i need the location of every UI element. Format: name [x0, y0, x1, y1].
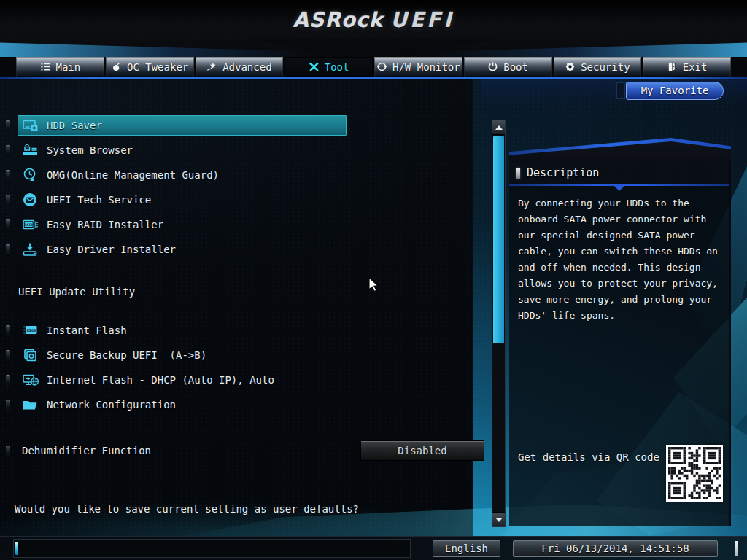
- svg-text:BIOS: BIOS: [27, 328, 36, 332]
- omg-clock-icon: [22, 167, 39, 183]
- tab-label: Exit: [683, 61, 708, 73]
- folder-icon: [22, 397, 39, 413]
- item-bullet: [6, 375, 10, 386]
- description-body: By connecting your HDDs to the onboard S…: [509, 186, 729, 324]
- menu-item-easy-driver-installer[interactable]: Easy Driver Installer: [6, 237, 487, 262]
- menu-item-omg-online-management-guard[interactable]: OMG(Online Management Guard): [6, 163, 487, 187]
- status-caret: [15, 542, 18, 555]
- tab-exit[interactable]: Exit: [643, 57, 731, 77]
- qr-code-image: [668, 447, 721, 499]
- menu-item-label: Easy Driver Installer: [47, 244, 176, 255]
- qr-caption: Get details via QR code: [518, 451, 659, 463]
- mail-circle-icon: [22, 192, 39, 208]
- item-bullet: [6, 244, 10, 255]
- tab-main[interactable]: Main: [16, 57, 104, 77]
- tab-advanced[interactable]: Advanced: [196, 57, 284, 77]
- menu-item-secure-backup-uefi-a-b[interactable]: Secure Backup UEFI (A->B): [6, 343, 487, 368]
- shooting-star-icon: [206, 61, 217, 72]
- logo-suffix: UEFI: [390, 8, 454, 32]
- description-separator: [509, 184, 729, 186]
- statusbar-right-tick: [735, 541, 738, 556]
- tool-menu-group: HDD SaverSystem BrowserOMG(Online Manage…: [6, 113, 487, 262]
- update-utility-group: BIOSInstant FlashSecure Backup UEFI (A->…: [6, 318, 487, 417]
- menu-item-label: Easy RAID Installer: [47, 219, 163, 230]
- copy-backup-icon: [22, 347, 39, 363]
- language-button[interactable]: English: [433, 540, 500, 557]
- menu-scrollbar[interactable]: [492, 120, 506, 527]
- scroll-up-button[interactable]: [492, 120, 505, 135]
- item-bullet: [6, 219, 10, 230]
- status-bar: English Fri 06/13/2014, 14:51:58: [0, 536, 747, 560]
- item-bullet: [6, 400, 10, 411]
- svg-text:RAID: RAID: [24, 223, 33, 227]
- item-bullet: [6, 170, 10, 181]
- description-panel: Description By connecting your HDDs to t…: [509, 162, 731, 526]
- section-header-label: UEFI Update Utility: [18, 286, 135, 298]
- tool-menu: HDD SaverSystem BrowserOMG(Online Manage…: [6, 113, 487, 515]
- item-bullet: [6, 325, 10, 336]
- item-bullet: [6, 350, 10, 361]
- separator-triangle-icon: [614, 186, 624, 191]
- tab-bar: MainOC TweakerAdvancedToolH/W MonitorBoo…: [0, 57, 747, 77]
- tab-tool[interactable]: Tool: [285, 57, 373, 77]
- tab-label: H/W Monitor: [392, 61, 460, 73]
- menu-item-system-browser[interactable]: System Browser: [6, 138, 487, 163]
- tab-label: Security: [581, 61, 630, 73]
- scroll-down-button[interactable]: [492, 512, 505, 526]
- menu-item-label: Instant Flash: [47, 324, 127, 336]
- menu-item-dehumidifier-function[interactable]: Dehumidifier Function Disabled: [6, 438, 487, 463]
- scroll-up-icon: [495, 125, 503, 130]
- logo-brand: ASRock: [293, 8, 383, 32]
- scroll-down-icon: [495, 518, 503, 522]
- description-roof: [509, 136, 731, 162]
- raid-box-icon: RAID: [22, 217, 39, 233]
- menu-item-network-configuration[interactable]: Network Configuration: [6, 392, 487, 417]
- menu-item-label: HDD Saver: [47, 120, 102, 131]
- bios-chip-icon: BIOS: [22, 322, 39, 338]
- asrock-uefi-logo: ASRockUEFI: [0, 8, 747, 32]
- system-browser-icon: [22, 142, 39, 158]
- menu-item-label: UEFI Tech Service: [47, 194, 151, 206]
- dehumidifier-label: Dehumidifier Function: [22, 445, 151, 456]
- datetime-display: Fri 06/13/2014, 14:51:58: [513, 540, 718, 557]
- item-bullet: [6, 195, 10, 206]
- tab-oc-tweaker[interactable]: OC Tweaker: [106, 57, 194, 77]
- tools-icon: [309, 61, 320, 72]
- item-bullet: [6, 145, 10, 156]
- header-banner: ASRockUEFI: [0, 0, 747, 57]
- scrollbar-thumb[interactable]: [493, 136, 504, 343]
- tab-security[interactable]: Security: [554, 57, 642, 77]
- favorite-notch: [616, 82, 625, 99]
- description-title: Description: [527, 166, 599, 179]
- crosshair-icon: [376, 61, 387, 72]
- status-input[interactable]: [13, 539, 411, 558]
- menu-item-internet-flash-dhcp-auto-ip-auto[interactable]: Internet Flash - DHCP (Auto IP), Auto: [6, 368, 487, 392]
- menu-item-label: Secure Backup UEFI (A->B): [47, 349, 206, 361]
- description-bullet: [516, 168, 520, 179]
- tab-label: Boot: [503, 61, 528, 73]
- roof-dark-face: [509, 136, 731, 162]
- menu-item-label: Internet Flash - DHCP (Auto IP), Auto: [47, 374, 274, 386]
- badge-icon: [565, 61, 576, 72]
- item-bullet: [6, 120, 10, 131]
- menu-item-hdd-saver[interactable]: HDD Saver: [6, 113, 487, 138]
- my-favorite-button[interactable]: My Favorite: [626, 82, 724, 100]
- menu-item-instant-flash[interactable]: BIOSInstant Flash: [6, 318, 487, 343]
- dehumidifier-value-dropdown[interactable]: Disabled: [360, 440, 484, 461]
- section-header-uefi-update-utility: UEFI Update Utility: [6, 279, 487, 304]
- tab-label: Advanced: [222, 61, 271, 73]
- exit-door-icon: [667, 61, 678, 72]
- tab-label: Main: [56, 61, 81, 73]
- tab-h-w-monitor[interactable]: H/W Monitor: [374, 57, 462, 77]
- tab-label: Tool: [325, 61, 349, 73]
- hdd-saver-icon: [22, 117, 39, 133]
- menu-item-uefi-tech-service[interactable]: UEFI Tech Service: [6, 187, 487, 212]
- uefi-screen: ASRockUEFI MainOC TweakerAdvancedToolH/W…: [0, 0, 747, 560]
- tab-boot[interactable]: Boot: [464, 57, 552, 77]
- description-header: Description: [509, 162, 729, 184]
- bomb-icon: [111, 61, 122, 72]
- monitor-globe-icon: [22, 372, 39, 388]
- menu-item-easy-raid-installer[interactable]: RAIDEasy RAID Installer: [6, 212, 487, 237]
- tab-label: OC Tweaker: [127, 61, 188, 73]
- menu-item-label: Network Configuration: [47, 399, 176, 411]
